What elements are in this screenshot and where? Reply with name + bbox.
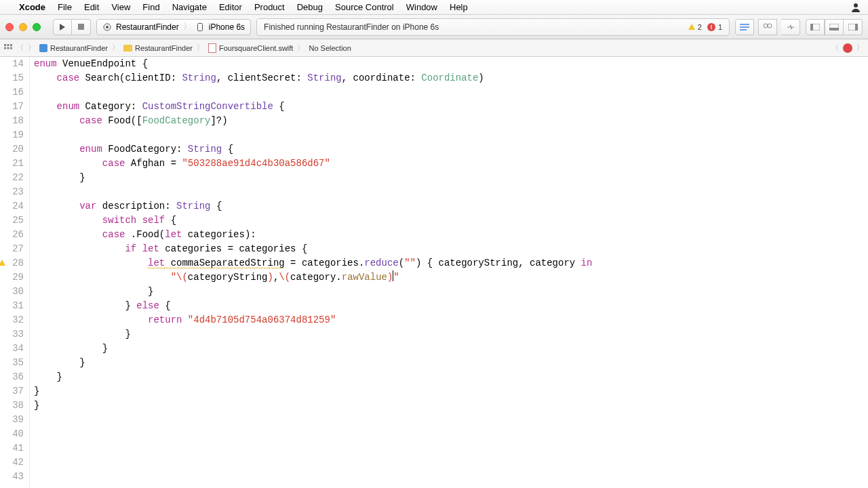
version-editor-button[interactable] — [781, 19, 800, 35]
menu-editor[interactable]: Editor — [219, 2, 242, 12]
code-line[interactable]: } — [34, 327, 592, 342]
jump-project[interactable]: RestaurantFinder — [39, 44, 108, 52]
forward-button[interactable]: 〉 — [28, 43, 35, 53]
error-count: 1 — [718, 23, 722, 31]
chevron-right-icon: 〉 — [183, 21, 191, 33]
warning-count: 2 — [698, 23, 702, 31]
menu-help[interactable]: Help — [450, 2, 468, 12]
menu-view[interactable]: View — [111, 2, 130, 12]
zoom-window-button[interactable] — [33, 23, 41, 31]
toggle-navigator-button[interactable] — [806, 19, 825, 35]
code-line[interactable]: case Search(clientID: String, clientSecr… — [34, 71, 592, 85]
svg-rect-8 — [740, 29, 747, 30]
line-number: 43 — [0, 470, 24, 484]
jump-group[interactable]: RestaurantFinder — [123, 44, 193, 52]
code-line[interactable]: "\(categoryString),\(category.rawValue)" — [34, 270, 592, 285]
code-line[interactable]: return "4d4b7105d754a06374d81259" — [34, 313, 592, 327]
jump-group-label: RestaurantFinder — [135, 44, 193, 52]
code-line[interactable]: } — [34, 384, 592, 399]
issue-indicator-icon[interactable] — [843, 43, 852, 53]
code-line[interactable]: } else { — [34, 299, 592, 313]
menu-window[interactable]: Window — [406, 2, 437, 12]
code-line[interactable]: if let categories = categories { — [34, 242, 592, 256]
code-line[interactable]: case .Food(let categories): — [34, 228, 592, 242]
svg-marker-1 — [60, 24, 65, 30]
code-line[interactable]: } — [34, 356, 592, 370]
svg-rect-7 — [740, 26, 749, 28]
code-line[interactable] — [34, 128, 592, 142]
code-line[interactable] — [34, 413, 592, 427]
toggle-utilities-button[interactable] — [844, 19, 863, 35]
jump-selection[interactable]: No Selection — [309, 44, 351, 52]
prev-issue-button[interactable]: 〈 — [831, 43, 839, 53]
menu-find[interactable]: Find — [142, 2, 159, 12]
code-line[interactable]: } — [34, 171, 592, 185]
standard-editor-button[interactable] — [735, 19, 754, 35]
code-line[interactable]: } — [34, 399, 592, 413]
warning-badge[interactable]: 2 — [688, 23, 702, 31]
svg-rect-16 — [855, 24, 858, 30]
swift-file-icon — [208, 43, 216, 53]
code-line[interactable]: enum Category: CustomStringConvertible { — [34, 100, 592, 114]
minimize-window-button[interactable] — [19, 23, 27, 31]
close-window-button[interactable] — [5, 23, 14, 31]
menu-edit[interactable]: Edit — [84, 2, 99, 12]
line-number: 40 — [0, 427, 24, 441]
code-area[interactable]: enum VenueEndpoint { case Search(clientI… — [30, 57, 592, 488]
stop-button[interactable] — [72, 19, 91, 35]
menu-product[interactable]: Product — [254, 2, 285, 12]
code-line[interactable] — [34, 427, 592, 441]
next-issue-button[interactable]: 〉 — [856, 43, 864, 53]
line-number: 23 — [0, 185, 24, 199]
line-number: 16 — [0, 85, 24, 100]
error-badge[interactable]: ! 1 — [707, 23, 722, 31]
run-button[interactable] — [53, 19, 72, 35]
code-line[interactable] — [34, 455, 592, 470]
related-items-button[interactable] — [4, 44, 12, 52]
line-number: 20 — [0, 142, 24, 157]
code-line[interactable]: } — [34, 370, 592, 384]
code-line[interactable]: enum VenueEndpoint { — [34, 57, 592, 71]
assistant-editor-button[interactable] — [758, 19, 777, 35]
menu-debug[interactable]: Debug — [297, 2, 323, 12]
line-number: 30 — [0, 285, 24, 299]
source-editor[interactable]: 1415161718192021222324252627282930313233… — [0, 57, 868, 488]
code-line[interactable]: enum FoodCategory: String { — [34, 142, 592, 157]
code-line[interactable]: } — [34, 342, 592, 356]
svg-rect-22 — [10, 47, 12, 49]
code-line[interactable] — [34, 470, 592, 484]
code-line[interactable] — [34, 185, 592, 199]
svg-rect-19 — [10, 44, 12, 46]
xcode-toolbar: RestaurantFinder 〉 iPhone 6s Finished ru… — [0, 15, 868, 39]
jump-file[interactable]: FoursquareClient.swift — [208, 43, 293, 53]
code-line[interactable]: let commaSeparatedString = categories.re… — [34, 256, 592, 270]
run-stop-group — [53, 19, 91, 35]
svg-rect-14 — [829, 28, 839, 30]
code-line[interactable] — [34, 85, 592, 100]
window-controls — [5, 23, 41, 31]
menubar-app-name[interactable]: Xcode — [19, 2, 45, 12]
menu-navigate[interactable]: Navigate — [172, 2, 207, 12]
menu-source-control[interactable]: Source Control — [335, 2, 394, 12]
menu-file[interactable]: File — [58, 2, 72, 12]
svg-point-0 — [854, 3, 858, 7]
code-line[interactable]: var description: String { — [34, 199, 592, 214]
code-line[interactable] — [34, 441, 592, 455]
svg-point-4 — [106, 26, 108, 28]
line-number: 19 — [0, 128, 24, 142]
line-number: 15 — [0, 71, 24, 85]
code-line[interactable]: case Food([FoodCategory]?) — [34, 114, 592, 128]
toggle-debug-area-button[interactable] — [825, 19, 844, 35]
line-number: 25 — [0, 214, 24, 228]
status-text: Finished running RestaurantFinder on iPh… — [264, 22, 439, 32]
code-line[interactable]: case Afghan = "503288ae91d4c4b30a586d67" — [34, 157, 592, 171]
user-icon[interactable] — [850, 2, 861, 13]
code-line[interactable]: switch self { — [34, 214, 592, 228]
back-button[interactable]: 〈 — [16, 43, 24, 53]
scheme-selector[interactable]: RestaurantFinder 〉 iPhone 6s — [96, 19, 251, 35]
scheme-target-label: RestaurantFinder — [116, 22, 179, 32]
line-number: 24 — [0, 199, 24, 214]
code-line[interactable]: } — [34, 285, 592, 299]
line-number: 42 — [0, 455, 24, 470]
line-number: 22 — [0, 171, 24, 185]
